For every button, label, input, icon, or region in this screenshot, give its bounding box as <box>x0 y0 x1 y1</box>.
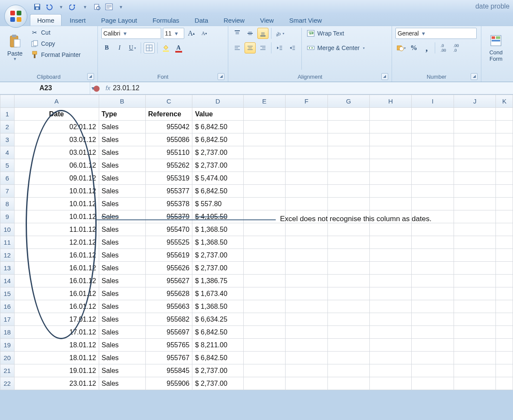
cell[interactable] <box>496 287 513 300</box>
row-header[interactable]: 6 <box>0 172 15 185</box>
cell[interactable] <box>243 172 285 185</box>
cell[interactable]: $ 6,842.50 <box>192 326 243 339</box>
cell[interactable] <box>327 185 369 198</box>
column-header-A[interactable]: A <box>14 95 99 108</box>
cell[interactable]: 955086 <box>145 133 192 146</box>
cell[interactable] <box>327 377 369 390</box>
cell[interactable] <box>286 300 327 313</box>
column-header-E[interactable]: E <box>243 95 285 108</box>
cell[interactable] <box>286 275 327 287</box>
row-header[interactable]: 2 <box>0 121 15 133</box>
row-header[interactable]: 7 <box>0 185 15 198</box>
column-header-K[interactable]: K <box>496 95 513 108</box>
cell[interactable] <box>412 287 454 300</box>
formula-value[interactable]: 23.01.12 <box>113 84 139 92</box>
cell[interactable] <box>496 249 513 262</box>
cell[interactable] <box>327 159 369 172</box>
tab-smart-view[interactable]: Smart View <box>282 14 329 26</box>
cell[interactable]: $ 2,737.00 <box>192 159 243 172</box>
cell[interactable] <box>412 108 454 121</box>
tab-insert[interactable]: Insert <box>62 14 93 26</box>
cell[interactable] <box>243 352 285 364</box>
cell[interactable]: Sales <box>99 159 145 172</box>
cell[interactable]: 03.01.12 <box>14 146 99 159</box>
cancel-formula-icon[interactable]: ⬤ <box>90 85 103 92</box>
cell[interactable]: 11.01.12 <box>14 223 99 236</box>
cell[interactable]: Sales <box>99 133 145 146</box>
cell[interactable] <box>412 172 454 185</box>
cell[interactable] <box>454 146 495 159</box>
cell[interactable]: 955765 <box>145 339 192 352</box>
percent-button[interactable]: % <box>408 42 419 53</box>
cell[interactable] <box>286 223 327 236</box>
increase-decimal-button[interactable]: .0.00 <box>438 42 449 53</box>
cell[interactable] <box>286 377 327 390</box>
cell[interactable]: 16.01.12 <box>14 262 99 275</box>
column-header-G[interactable]: G <box>327 95 369 108</box>
cell[interactable]: $ 8,211.00 <box>192 339 243 352</box>
cell[interactable] <box>369 377 411 390</box>
cell[interactable] <box>327 352 369 364</box>
row-header[interactable]: 11 <box>0 236 15 249</box>
cell[interactable] <box>412 146 454 159</box>
cell[interactable] <box>243 236 285 249</box>
cell[interactable] <box>327 121 369 133</box>
cell[interactable] <box>412 275 454 287</box>
cell[interactable] <box>243 364 285 377</box>
clipboard-dialog-launcher[interactable]: ◢ <box>87 73 94 80</box>
cell[interactable] <box>286 364 327 377</box>
tab-page-layout[interactable]: Page Layout <box>94 14 144 26</box>
cell[interactable]: 12.01.12 <box>14 236 99 249</box>
cell[interactable] <box>327 313 369 326</box>
cell[interactable]: $ 4,105.50 <box>192 210 243 223</box>
cell[interactable] <box>286 249 327 262</box>
cell[interactable] <box>454 249 495 262</box>
align-left-button[interactable] <box>232 42 243 53</box>
column-header-I[interactable]: I <box>412 95 454 108</box>
cell[interactable] <box>496 339 513 352</box>
cell[interactable] <box>412 198 454 210</box>
tab-review[interactable]: Review <box>216 14 252 26</box>
cell[interactable] <box>286 339 327 352</box>
cell[interactable] <box>496 377 513 390</box>
cell[interactable]: 03.01.12 <box>14 133 99 146</box>
row-header[interactable]: 20 <box>0 352 15 364</box>
cell[interactable] <box>454 210 495 223</box>
cell[interactable] <box>454 108 495 121</box>
bold-button[interactable]: B <box>101 42 112 53</box>
cell[interactable] <box>369 172 411 185</box>
cell[interactable]: 955767 <box>145 352 192 364</box>
cell[interactable] <box>369 185 411 198</box>
cell[interactable] <box>454 133 495 146</box>
align-top-button[interactable] <box>232 28 243 39</box>
cell[interactable]: Sales <box>99 185 145 198</box>
cell[interactable] <box>369 133 411 146</box>
cell[interactable] <box>286 133 327 146</box>
cell[interactable] <box>454 172 495 185</box>
cell[interactable] <box>286 159 327 172</box>
cell[interactable] <box>369 249 411 262</box>
align-bottom-button[interactable] <box>257 28 268 39</box>
cell[interactable] <box>327 172 369 185</box>
cell[interactable] <box>412 313 454 326</box>
cell[interactable]: Sales <box>99 249 145 262</box>
cell[interactable]: 955628 <box>145 287 192 300</box>
cell[interactable] <box>412 236 454 249</box>
row-header[interactable]: 19 <box>0 339 15 352</box>
cell[interactable] <box>243 339 285 352</box>
cell[interactable]: 955619 <box>145 249 192 262</box>
cell[interactable]: Sales <box>99 210 145 223</box>
cell[interactable] <box>412 185 454 198</box>
cell[interactable]: Sales <box>99 300 145 313</box>
cell[interactable]: $ 6,842.50 <box>192 352 243 364</box>
cell[interactable] <box>496 352 513 364</box>
font-dialog-launcher[interactable]: ◢ <box>218 73 224 80</box>
cell[interactable]: 955845 <box>145 364 192 377</box>
cell[interactable]: Sales <box>99 364 145 377</box>
number-dialog-launcher[interactable]: ◢ <box>471 73 478 80</box>
row-header[interactable]: 8 <box>0 198 15 210</box>
cell[interactable] <box>243 275 285 287</box>
cell[interactable] <box>496 326 513 339</box>
cell[interactable]: 955379 <box>145 210 192 223</box>
row-header[interactable]: 16 <box>0 300 15 313</box>
